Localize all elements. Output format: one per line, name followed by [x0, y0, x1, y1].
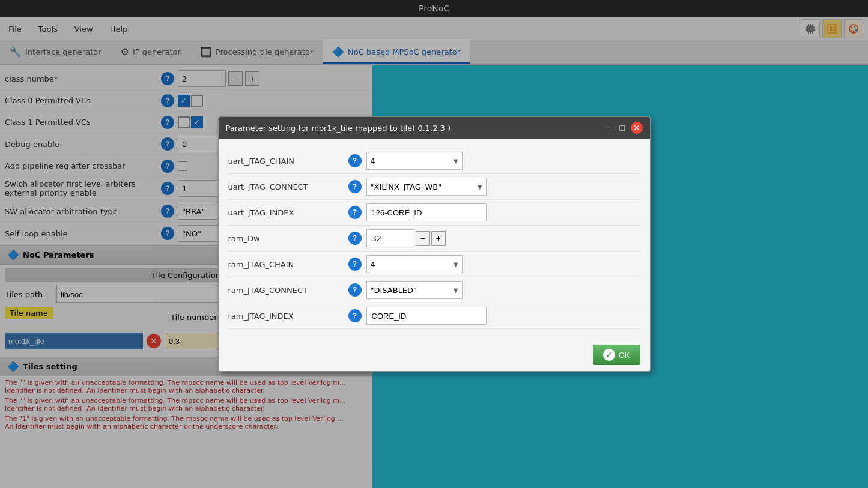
- modal-header: Parameter setting for mor1k_tile mapped …: [219, 117, 650, 139]
- ram-jtag-connect-label: ram_JTAG_CONNECT: [228, 286, 348, 295]
- uart-jtag-index-label: uart_JTAG_INDEX: [228, 208, 348, 217]
- uart-jtag-index-input[interactable]: [366, 203, 487, 221]
- modal-maximize-btn[interactable]: □: [616, 122, 628, 134]
- uart-jtag-index-help[interactable]: ?: [348, 206, 362, 219]
- ram-jtag-index-input[interactable]: [366, 307, 487, 325]
- modal-title: Parameter setting for mor1k_tile mapped …: [226, 124, 451, 133]
- uart-jtag-connect-help[interactable]: ?: [348, 180, 362, 193]
- ram-jtag-connect-arrow: ▼: [454, 287, 458, 294]
- ram-jtag-index-label: ram_JTAG_INDEX: [228, 312, 348, 321]
- ram-jtag-connect-control: "DISABLED" ▼: [366, 281, 640, 299]
- ok-label: OK: [619, 351, 630, 360]
- ram-dw-increment[interactable]: +: [431, 231, 446, 246]
- ram-jtag-index-help[interactable]: ?: [348, 309, 362, 322]
- modal-ram-jtag-connect-row: ram_JTAG_CONNECT ? "DISABLED" ▼: [228, 277, 640, 303]
- uart-jtag-chain-help[interactable]: ?: [348, 154, 362, 167]
- ram-jtag-chain-control: 4 ▼: [366, 255, 640, 273]
- uart-jtag-connect-value: "XILINX_JTAG_WB": [371, 182, 442, 191]
- uart-jtag-connect-arrow: ▼: [478, 184, 482, 190]
- modal-ok-btn[interactable]: ✓ OK: [593, 345, 640, 365]
- modal-close-btn[interactable]: ✕: [631, 122, 643, 134]
- ram-dw-control: 32 − +: [366, 229, 640, 247]
- uart-jtag-connect-dropdown[interactable]: "XILINX_JTAG_WB" ▼: [366, 178, 487, 196]
- modal-uart-jtag-chain-row: uart_JTAG_CHAIN ? 4 ▼: [228, 148, 640, 174]
- modal-controls: − □ ✕: [602, 122, 643, 134]
- modal-uart-jtag-connect-row: uart_JTAG_CONNECT ? "XILINX_JTAG_WB" ▼: [228, 174, 640, 200]
- modal-footer: ✓ OK: [219, 339, 650, 371]
- uart-jtag-chain-arrow: ▼: [454, 158, 458, 164]
- ram-jtag-chain-help[interactable]: ?: [348, 258, 362, 271]
- ram-jtag-chain-label: ram_JTAG_CHAIN: [228, 260, 348, 269]
- modal-overlay: Parameter setting for mor1k_tile mapped …: [0, 0, 868, 488]
- ram-jtag-connect-help[interactable]: ?: [348, 283, 362, 297]
- uart-jtag-chain-control: 4 ▼: [366, 152, 640, 170]
- ram-jtag-chain-value: 4: [371, 260, 375, 269]
- uart-jtag-connect-control: "XILINX_JTAG_WB" ▼: [366, 178, 640, 196]
- ram-dw-help[interactable]: ?: [348, 232, 362, 245]
- modal-ram-jtag-index-row: ram_JTAG_INDEX ?: [228, 303, 640, 329]
- parameter-setting-modal: Parameter setting for mor1k_tile mapped …: [218, 116, 651, 372]
- uart-jtag-chain-value: 4: [371, 157, 375, 166]
- uart-jtag-chain-label: uart_JTAG_CHAIN: [228, 157, 348, 166]
- uart-jtag-chain-dropdown[interactable]: 4 ▼: [366, 152, 463, 170]
- ram-jtag-index-control: [366, 307, 640, 325]
- modal-uart-jtag-index-row: uart_JTAG_INDEX ?: [228, 200, 640, 226]
- modal-body: uart_JTAG_CHAIN ? 4 ▼ uart_JTAG_CONNECT …: [219, 139, 650, 339]
- ram-dw-display: 32: [366, 229, 414, 247]
- ram-jtag-connect-dropdown[interactable]: "DISABLED" ▼: [366, 281, 463, 299]
- modal-ram-dw-row: ram_Dw ? 32 − +: [228, 226, 640, 252]
- modal-ram-jtag-chain-row: ram_JTAG_CHAIN ? 4 ▼: [228, 252, 640, 277]
- uart-jtag-connect-label: uart_JTAG_CONNECT: [228, 182, 348, 191]
- ram-dw-decrement[interactable]: −: [416, 231, 430, 246]
- ram-dw-label: ram_Dw: [228, 234, 348, 243]
- ok-icon: ✓: [603, 349, 615, 361]
- ram-jtag-chain-arrow: ▼: [454, 261, 458, 268]
- uart-jtag-index-control: [366, 203, 640, 221]
- ram-jtag-connect-value: "DISABLED": [371, 286, 417, 295]
- modal-minimize-btn[interactable]: −: [602, 122, 614, 134]
- ram-jtag-chain-dropdown[interactable]: 4 ▼: [366, 255, 463, 273]
